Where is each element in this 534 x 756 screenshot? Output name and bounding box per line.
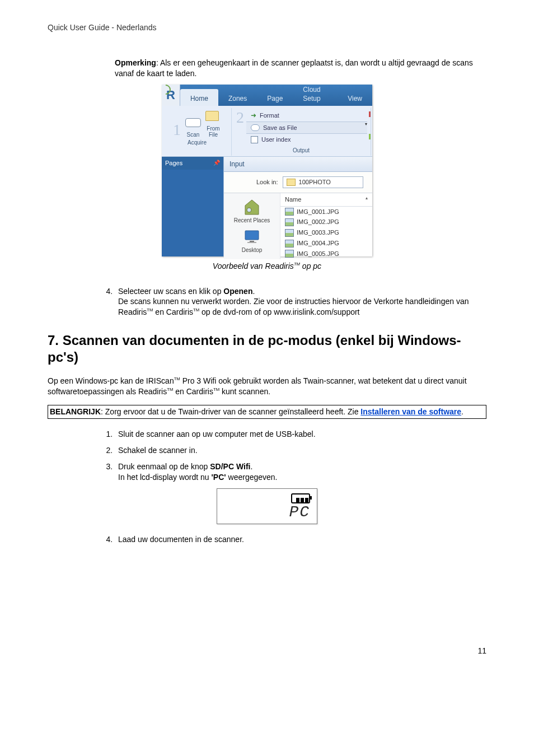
app-logo: R: [162, 85, 180, 106]
checkbox-icon: [251, 136, 258, 143]
chevron-down-icon: ▾: [365, 122, 367, 128]
scanner-icon: [185, 116, 201, 128]
step-2: Schakel de scanner in.: [115, 445, 486, 456]
lcd-text: PC: [224, 505, 310, 520]
file-row[interactable]: IMG_0003.JPG: [280, 227, 372, 238]
file-list: Name ▴ IMG_0001.JPG IMG_0002.JPG IMG_000…: [280, 193, 372, 259]
important-box: BELANGRIJK: Zorg ervoor dat u de Twain-d…: [48, 405, 486, 419]
arrow-right-icon: ➜: [251, 112, 256, 119]
step-number-one: 1: [173, 122, 181, 138]
image-file-icon: [285, 208, 294, 216]
place-desktop[interactable]: Desktop: [226, 228, 278, 254]
ribbon-body: 1 Scan From File Acquire 2 ➜Format Save …: [162, 106, 372, 157]
screenshot-caption: Voorbeeld van ReadirisTM op pc: [48, 261, 486, 272]
cloud-icon: [251, 124, 260, 131]
user-index-row[interactable]: User index: [246, 134, 367, 146]
sort-caret-icon: ▴: [366, 195, 368, 204]
opmerking-bold: Opmerking: [115, 58, 156, 67]
input-dialog-title: Input: [224, 157, 372, 172]
file-row[interactable]: IMG_0005.JPG: [280, 249, 372, 259]
step-1: Sluit de scanner aan op uw computer met …: [115, 429, 486, 440]
step-number-two: 2: [236, 110, 244, 125]
ribbon-group-output: 2 ➜Format Save as File▾ User index Outpu…: [232, 108, 371, 156]
opmerking-paragraph: Opmerking: Als er een geheugenkaart in d…: [115, 58, 486, 79]
folder-icon: [287, 179, 296, 186]
place-recent[interactable]: Recent Places: [226, 199, 278, 225]
ribbon-tabstrip: R Home Zones Page Cloud Setup View: [162, 85, 372, 106]
opmerking-text: : Als er een geheugenkaart in de scanner…: [115, 58, 473, 78]
readiris-screenshot: R Home Zones Page Cloud Setup View 1 Sca…: [162, 85, 372, 256]
recent-places-icon: [242, 199, 262, 216]
format-row[interactable]: ➜Format: [246, 110, 367, 122]
edge-marker-red: [369, 111, 371, 117]
svg-rect-1: [245, 231, 259, 240]
scan-button[interactable]: Scan: [185, 132, 201, 138]
tab-page[interactable]: Page: [257, 85, 293, 106]
svg-point-0: [247, 208, 251, 212]
look-in-row: Look in: 100PHOTO: [224, 172, 372, 193]
from-file-button[interactable]: From File: [205, 125, 221, 138]
output-group-label: Output: [235, 147, 367, 155]
file-row[interactable]: IMG_0004.JPG: [280, 238, 372, 249]
install-software-link[interactable]: Installeren van de software: [360, 407, 461, 416]
tab-view[interactable]: View: [338, 85, 372, 106]
svg-rect-3: [247, 242, 256, 243]
places-bar: Recent Places Desktop: [224, 193, 280, 259]
from-file-icon: [205, 110, 221, 122]
tab-zones[interactable]: Zones: [218, 85, 257, 106]
file-row[interactable]: IMG_0001.JPG: [280, 207, 372, 217]
pages-input-area: Pages 📌 Input Look in: 100PHOTO Recent P…: [162, 157, 372, 256]
battery-icon: [291, 493, 310, 503]
section-7-intro: Op een Windows-pc kan de IRIScanTM Pro 3…: [48, 376, 486, 397]
edge-marker-green: [369, 134, 371, 139]
section-7-title: 7. Scannen van documenten in de pc-modus…: [48, 332, 486, 366]
image-file-icon: [285, 250, 294, 258]
page-header: Quick User Guide - Nederlands: [48, 22, 486, 33]
tab-cloud-setup[interactable]: Cloud Setup: [293, 85, 338, 106]
image-file-icon: [285, 240, 294, 248]
desktop-icon: [242, 228, 262, 245]
acquire-group-label: Acquire: [166, 139, 228, 147]
page-number: 11: [48, 646, 486, 656]
input-dialog: Input Look in: 100PHOTO Recent Places De: [223, 157, 372, 256]
pages-panel-header: Pages 📌: [162, 157, 223, 170]
step-4: Selecteer uw scans en klik op Openen. De…: [115, 286, 486, 318]
tab-home[interactable]: Home: [180, 89, 218, 106]
svg-rect-2: [250, 241, 254, 242]
pages-sidebar: Pages 📌: [162, 157, 223, 256]
step-3: Druk eenmaal op de knop SD/PC Wifi. In h…: [115, 461, 486, 483]
step-4b: Laad uw documenten in de scanner.: [115, 534, 486, 545]
image-file-icon: [285, 229, 294, 237]
look-in-combo[interactable]: 100PHOTO: [283, 176, 363, 188]
lcd-display: PC: [217, 488, 317, 525]
look-in-label: Look in:: [256, 178, 278, 186]
save-as-file-row[interactable]: Save as File▾: [246, 122, 367, 134]
column-header-name[interactable]: Name ▴: [280, 193, 372, 207]
image-file-icon: [285, 218, 294, 226]
ribbon-group-acquire: 1 Scan From File Acquire: [163, 108, 232, 156]
pin-icon[interactable]: 📌: [213, 159, 220, 167]
file-row[interactable]: IMG_0002.JPG: [280, 217, 372, 227]
